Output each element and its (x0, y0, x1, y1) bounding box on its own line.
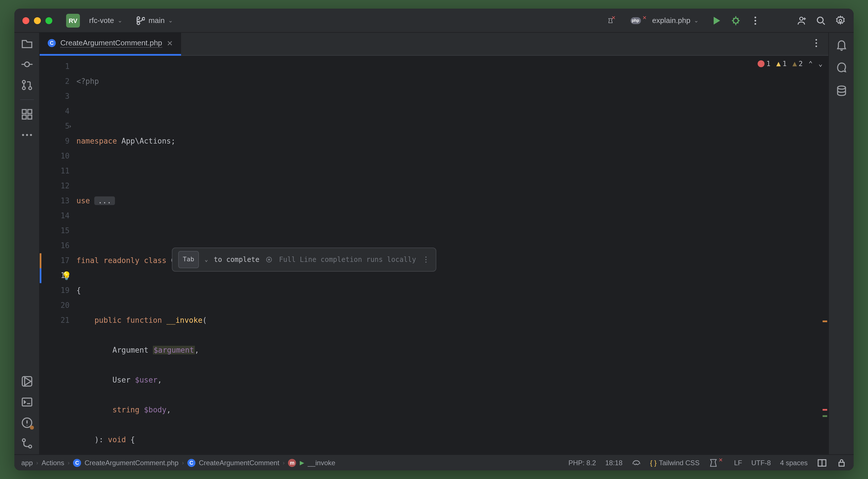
code-text: { (126, 435, 135, 444)
more-tools-icon[interactable] (21, 129, 33, 141)
svg-point-5 (817, 17, 823, 23)
next-problem-button[interactable]: ⌄ (818, 60, 823, 67)
svg-rect-11 (22, 110, 26, 114)
code-text: final readonly class (76, 256, 166, 265)
chevron-down-icon[interactable]: ⌄ (205, 252, 208, 267)
code-text: <?php (76, 77, 99, 85)
main-area: C CreateArgumentComment.php ✕ 1 ▲1 ▲2 ⌃ … (14, 33, 854, 454)
warning-mark[interactable] (823, 320, 827, 322)
copilot-icon[interactable] (632, 458, 641, 467)
svg-point-22 (28, 445, 31, 448)
svg-point-1 (754, 16, 756, 18)
close-tab-button[interactable]: ✕ (167, 39, 173, 47)
path-segment[interactable]: __invoke (308, 458, 335, 467)
debug-button[interactable] (731, 15, 741, 26)
svg-point-25 (815, 46, 817, 47)
maximize-window-button[interactable] (45, 17, 52, 24)
kebab-icon (811, 38, 822, 48)
svg-point-7 (25, 62, 29, 67)
class-icon: C (48, 39, 56, 47)
code-text: string (113, 406, 144, 414)
ai-assistant-icon[interactable] (835, 62, 847, 74)
code-text: User (113, 376, 135, 384)
svg-point-4 (800, 17, 803, 20)
php-version[interactable]: PHP: 8.2 (568, 458, 596, 467)
pull-requests-icon[interactable] (21, 79, 33, 91)
chevron-right-icon: › (36, 459, 38, 466)
caret-position[interactable]: 18:18 (605, 458, 623, 467)
prev-problem-button[interactable]: ⌃ (808, 60, 812, 67)
branch-selector[interactable]: main ⌄ (131, 13, 176, 28)
intention-bulb-icon[interactable]: 💡 (62, 268, 71, 283)
code-area[interactable]: <?php namespace App\Actions; use ... fin… (74, 56, 828, 454)
divider (20, 99, 34, 100)
services-tool-icon[interactable] (21, 375, 33, 388)
file-encoding[interactable]: UTF-8 (751, 458, 771, 467)
more-actions-button[interactable] (750, 15, 761, 26)
line-gutter: 1 2 3 4 5› 9 10 11 12 13 14 15 16 17 18💡… (40, 56, 74, 454)
error-mark[interactable] (823, 409, 827, 411)
minimize-window-button[interactable] (34, 17, 41, 24)
lock-icon[interactable] (836, 457, 847, 468)
tailwind-status[interactable]: { }Tailwind CSS (650, 458, 700, 467)
svg-point-8 (22, 80, 25, 83)
code-editor[interactable]: 1 ▲1 ▲2 ⌃ ⌄ 1 2 3 4 5› 9 10 11 12 13 (40, 56, 828, 454)
code-text: namespace (76, 137, 117, 145)
indent-setting[interactable]: 4 spaces (780, 458, 808, 467)
structure-tool-icon[interactable] (21, 108, 33, 121)
svg-rect-13 (22, 115, 26, 119)
settings-icon[interactable] (835, 15, 845, 26)
folded-region[interactable]: ... (95, 197, 115, 205)
commit-tool-icon[interactable] (21, 58, 33, 71)
change-mark[interactable] (823, 415, 827, 417)
problems-summary[interactable]: 1 ▲1 ▲2 ⌃ ⌄ (757, 59, 823, 68)
fold-arrow-icon[interactable]: › (68, 119, 72, 134)
php-icon: php (630, 17, 641, 24)
build-config-icon[interactable]: ✕ (607, 15, 618, 26)
file-path-breadcrumb: app › Actions › C CreateArgumentComment.… (21, 458, 335, 467)
path-segment[interactable]: CreateArgumentComment.php (85, 458, 179, 467)
project-name: rfc-vote (89, 16, 114, 25)
svg-point-6 (839, 19, 842, 22)
code-with-me-icon[interactable] (796, 15, 806, 26)
line-separator[interactable]: LF (734, 458, 742, 467)
code-text: , (194, 346, 199, 354)
problems-tool-icon[interactable] (21, 416, 33, 429)
terminal-tool-icon[interactable] (21, 396, 33, 408)
database-tool-icon[interactable] (835, 84, 847, 97)
svg-point-27 (268, 259, 270, 261)
vcs-tool-icon[interactable] (21, 437, 33, 450)
code-text: __invoke (162, 316, 202, 324)
reader-mode-icon[interactable] (817, 457, 827, 468)
path-segment[interactable]: Actions (42, 458, 64, 467)
svg-point-29 (425, 259, 427, 260)
path-segment[interactable]: app (21, 458, 33, 467)
code-text: Argument (113, 346, 153, 354)
error-stripe[interactable] (822, 56, 827, 454)
svg-rect-12 (28, 110, 32, 114)
class-icon: C (187, 458, 195, 467)
search-icon[interactable] (816, 15, 826, 26)
notifications-icon[interactable] (835, 38, 847, 51)
popup-menu-button[interactable] (422, 254, 430, 265)
class-icon: C (73, 458, 81, 467)
tab-filename: CreateArgumentComment.php (60, 38, 162, 48)
editor-tab[interactable]: C CreateArgumentComment.php ✕ (40, 33, 181, 56)
xdebug-icon[interactable]: ✕ (709, 458, 725, 467)
errors-badge: 1 (757, 60, 770, 67)
project-selector[interactable]: rfc-vote ⌄ (86, 14, 126, 27)
svg-point-23 (815, 39, 817, 40)
project-tool-icon[interactable] (21, 37, 33, 50)
code-text: , (157, 376, 162, 384)
path-segment[interactable]: CreateArgumentComment (199, 458, 279, 467)
completion-popup[interactable]: Tab ⌄ to complete Full Line completion r… (172, 247, 436, 272)
left-toolbar (14, 33, 40, 454)
run-button[interactable] (711, 15, 721, 26)
svg-point-9 (22, 87, 25, 90)
svg-point-10 (28, 87, 31, 90)
run-config-selector[interactable]: php✕ explain.php ⌄ (627, 14, 702, 27)
close-window-button[interactable] (23, 17, 29, 24)
tab-options-button[interactable] (804, 38, 828, 50)
local-completion-icon (265, 255, 273, 264)
svg-point-28 (425, 256, 427, 258)
